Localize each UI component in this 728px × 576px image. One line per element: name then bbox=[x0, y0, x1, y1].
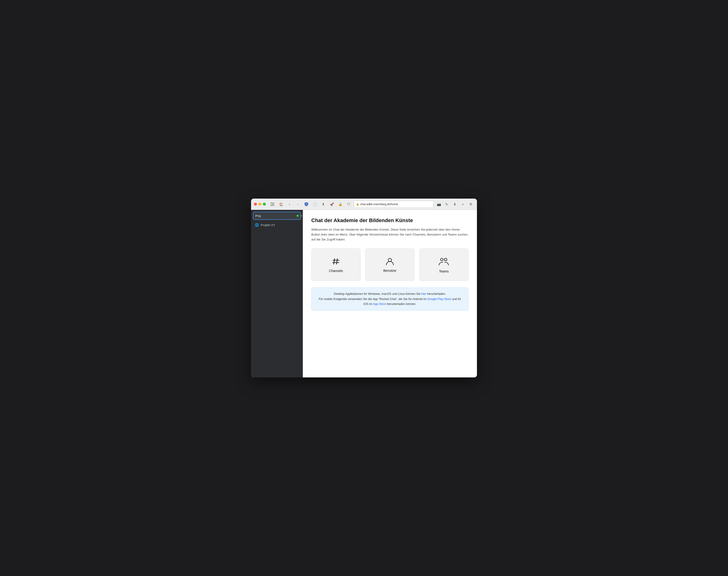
lock-extension-icon[interactable]: 🔒 bbox=[337, 201, 344, 207]
channels-card[interactable]: Channels bbox=[311, 249, 360, 281]
shield-extension-icon[interactable]: 🛡 bbox=[345, 201, 352, 207]
forward-button[interactable]: › bbox=[295, 201, 301, 207]
home-button[interactable]: 🏠 bbox=[278, 201, 284, 207]
tab-overview-button[interactable]: ⧉ bbox=[468, 201, 474, 207]
banner-line1: Desktop Applikationen für Windows, macOS… bbox=[317, 291, 463, 296]
download-button[interactable]: ⬇ bbox=[452, 201, 458, 207]
camera-button[interactable]: 📷 bbox=[436, 201, 442, 207]
title-bar: 🏠 ‹ › 🕐 ⬆ 🚀 🔒 🛡 🔒 chat.adbk-nuernberg.de… bbox=[251, 199, 477, 210]
search-input[interactable] bbox=[255, 214, 295, 218]
benutzer-label: Benutzer bbox=[383, 269, 397, 272]
share-button[interactable]: ⬆ bbox=[320, 201, 327, 207]
teams-icon bbox=[439, 256, 449, 267]
address-bar[interactable]: 🔒 chat.adbk-nuernberg.de/home bbox=[354, 201, 434, 208]
benutzer-icon bbox=[385, 257, 395, 266]
sidebar-toggle-button[interactable] bbox=[269, 201, 276, 207]
benutzer-card[interactable]: Benutzer bbox=[365, 249, 414, 281]
traffic-lights bbox=[254, 203, 266, 206]
banner-line2-suffix: herunterladen können. bbox=[386, 303, 416, 306]
fullscreen-button[interactable] bbox=[263, 203, 266, 206]
info-banner: Desktop Applikationen für Windows, macOS… bbox=[311, 288, 468, 311]
svg-line-6 bbox=[337, 259, 338, 264]
app-body: × 🌐 Projekt XY Chat der Akademie der Bil… bbox=[251, 210, 477, 377]
svg-rect-0 bbox=[270, 203, 272, 206]
channels-label: Channels bbox=[329, 269, 343, 273]
sidebar-item-projekt-xy[interactable]: 🌐 Projekt XY bbox=[253, 222, 301, 228]
cards-row: Channels Benutzer bbox=[311, 249, 468, 281]
toolbar-right: 📷 ↻ ⬇ + ⧉ bbox=[436, 201, 474, 207]
back-button[interactable]: ‹ bbox=[286, 201, 293, 207]
svg-line-5 bbox=[333, 259, 334, 264]
rocket-chat-icon[interactable]: 🚀 bbox=[328, 201, 335, 207]
url-text: chat.adbk-nuernberg.de/home bbox=[360, 203, 398, 206]
banner-line2: Für mobile Endgeräte verwenden Sie die A… bbox=[317, 297, 463, 307]
sidebar-item-label: Projekt XY bbox=[261, 223, 275, 227]
teams-card[interactable]: Teams bbox=[419, 249, 468, 281]
banner-line1-prefix: Desktop Applikationen für Windows, macOS… bbox=[334, 292, 421, 295]
brave-shield-button[interactable] bbox=[303, 201, 310, 207]
svg-point-10 bbox=[441, 258, 443, 261]
close-button[interactable] bbox=[254, 203, 257, 206]
app-store-link[interactable]: App Store bbox=[373, 303, 386, 306]
ssl-lock-icon: 🔒 bbox=[356, 203, 359, 206]
page-title: Chat der Akademie der Bildenden Künste bbox=[311, 218, 468, 224]
history-button[interactable]: 🕐 bbox=[312, 201, 318, 207]
reload-button[interactable]: ↻ bbox=[443, 201, 450, 207]
main-content: Chat der Akademie der Bildenden Künste W… bbox=[303, 210, 477, 377]
download-link[interactable]: hier bbox=[421, 292, 426, 295]
cursor-indicator bbox=[296, 214, 299, 217]
welcome-text: Willkommen im Chat der Akademie der Bild… bbox=[311, 227, 468, 242]
search-bar[interactable]: × bbox=[253, 212, 301, 220]
svg-point-11 bbox=[444, 258, 447, 261]
teams-label: Teams bbox=[439, 269, 449, 273]
search-clear-button[interactable]: × bbox=[300, 214, 302, 218]
minimize-button[interactable] bbox=[258, 203, 261, 206]
projekt-xy-icon: 🌐 bbox=[255, 223, 259, 227]
banner-line1-suffix: herunterladen. bbox=[426, 292, 446, 295]
banner-line2-prefix: Für mobile Endgeräte verwenden Sie die A… bbox=[319, 297, 427, 301]
channels-icon bbox=[331, 257, 341, 266]
browser-window: 🏠 ‹ › 🕐 ⬆ 🚀 🔒 🛡 🔒 chat.adbk-nuernberg.de… bbox=[251, 199, 477, 377]
sidebar: × 🌐 Projekt XY bbox=[251, 210, 303, 377]
new-tab-button[interactable]: + bbox=[460, 201, 466, 207]
google-play-link[interactable]: Google Play Store bbox=[427, 297, 451, 301]
